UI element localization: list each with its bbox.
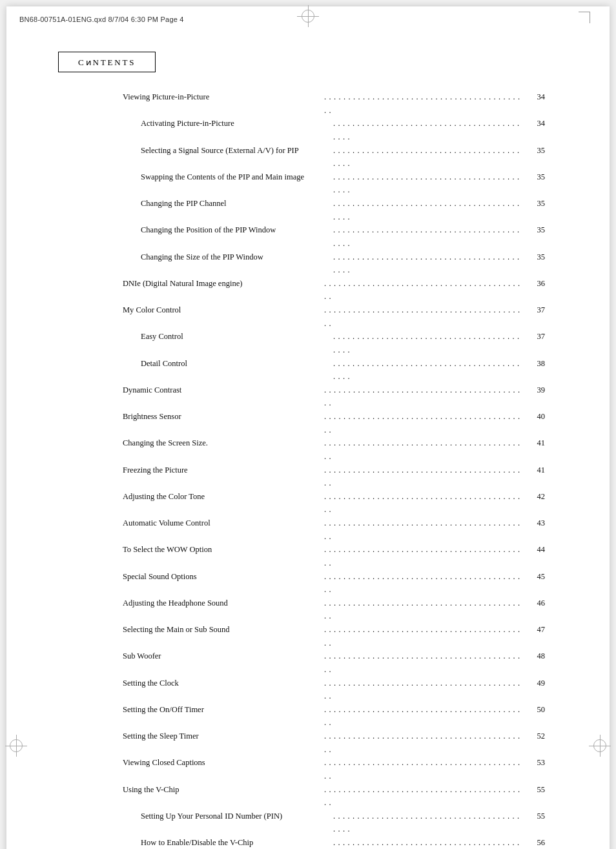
- entry-page: 46: [526, 597, 545, 610]
- entry-text: Special Sound Options: [123, 570, 322, 584]
- entry-text: Detail Control: [123, 357, 331, 371]
- toc-entry: Freezing the Picture . . . . . . . . . .…: [123, 464, 545, 490]
- entry-page: 53: [526, 756, 545, 770]
- dot-leaders: . . . . . . . . . . . . . . . . . . . . …: [322, 783, 526, 810]
- entry-page: 38: [526, 357, 545, 371]
- dot-leaders: . . . . . . . . . . . . . . . . . . . . …: [322, 543, 526, 569]
- toc-entry: Sub Woofer . . . . . . . . . . . . . . .…: [123, 650, 545, 676]
- entry-page: 41: [526, 464, 545, 477]
- entry-text: Changing the Position of the PIP Window: [123, 223, 331, 237]
- entry-text: How to Enable/Disable the V-Chip: [123, 836, 331, 849]
- entry-page: 35: [526, 197, 545, 210]
- entry-page: 34: [526, 117, 545, 130]
- entry-page: 48: [526, 650, 545, 663]
- dot-leaders: . . . . . . . . . . . . . . . . . . . . …: [322, 436, 526, 463]
- toc-entry: Detail Control . . . . . . . . . . . . .…: [123, 357, 545, 384]
- entry-text: Changing the Screen Size.: [123, 436, 322, 450]
- dot-leaders: . . . . . . . . . . . . . . . . . . . . …: [331, 117, 526, 143]
- toc-entry: Using the V-Chip . . . . . . . . . . . .…: [123, 783, 545, 810]
- toc-section-top: Viewing Picture-in-Picture . . . . . . .…: [123, 90, 545, 849]
- entry-page: 47: [526, 623, 545, 637]
- entry-text: Dynamic Contrast: [123, 384, 322, 397]
- entry-text: Brightness Sensor: [123, 410, 322, 424]
- dot-leaders: . . . . . . . . . . . . . . . . . . . . …: [322, 303, 526, 330]
- entry-page: 39: [526, 384, 545, 397]
- toc-entry: Adjusting the Headphone Sound . . . . . …: [123, 597, 545, 623]
- entry-page: 35: [526, 170, 545, 184]
- toc-entry: To Select the WOW Option . . . . . . . .…: [123, 543, 545, 569]
- entry-page: 55: [526, 783, 545, 797]
- entry-text: Selecting a Signal Source (External A/V)…: [123, 144, 331, 158]
- entry-text: Setting Up Your Personal ID Number (PIN): [123, 810, 331, 823]
- entry-text: Viewing Closed Captions: [123, 756, 322, 770]
- reg-mark-top: [302, 10, 314, 23]
- dot-leaders: . . . . . . . . . . . . . . . . . . . . …: [331, 836, 526, 849]
- toc-entry: Automatic Volume Control . . . . . . . .…: [123, 517, 545, 543]
- dot-leaders: . . . . . . . . . . . . . . . . . . . . …: [322, 90, 526, 117]
- entry-text: Setting the Clock: [123, 677, 322, 690]
- entry-page: 35: [526, 251, 545, 264]
- entry-text: Easy Control: [123, 330, 331, 343]
- dot-leaders: . . . . . . . . . . . . . . . . . . . . …: [322, 703, 526, 730]
- toc-entry: Setting the Clock . . . . . . . . . . . …: [123, 677, 545, 703]
- entry-page: 56: [526, 836, 545, 849]
- dot-leaders: . . . . . . . . . . . . . . . . . . . . …: [322, 677, 526, 703]
- entry-page: 42: [526, 490, 545, 504]
- toc-entry: Selecting the Main or Sub Sound . . . . …: [123, 623, 545, 650]
- entry-text: Changing the Size of the PIP Window: [123, 251, 331, 264]
- entry-text: Changing the PIP Channel: [123, 197, 331, 210]
- dot-leaders: . . . . . . . . . . . . . . . . . . . . …: [331, 810, 526, 836]
- dot-leaders: . . . . . . . . . . . . . . . . . . . . …: [322, 410, 526, 436]
- dot-leaders: . . . . . . . . . . . . . . . . . . . . …: [322, 464, 526, 490]
- entry-text: Viewing Picture-in-Picture: [123, 90, 322, 104]
- entry-page: 37: [526, 330, 545, 343]
- dot-leaders: . . . . . . . . . . . . . . . . . . . . …: [331, 357, 526, 384]
- entry-text: To Select the WOW Option: [123, 543, 322, 557]
- dot-leaders: . . . . . . . . . . . . . . . . . . . . …: [322, 570, 526, 597]
- dot-leaders: . . . . . . . . . . . . . . . . . . . . …: [331, 330, 526, 356]
- toc-entry: DNIe (Digital Natural Image engine) . . …: [123, 277, 545, 303]
- reg-mark-right: [593, 739, 606, 752]
- toc-entry: Setting the Sleep Timer . . . . . . . . …: [123, 730, 545, 756]
- toc-entry: How to Enable/Disable the V-Chip . . . .…: [123, 836, 545, 849]
- entry-page: 44: [526, 543, 545, 557]
- entry-text: Setting the On/Off Timer: [123, 703, 322, 717]
- entry-text: Activating Picture-in-Picture: [123, 117, 331, 130]
- toc-entry: Setting Up Your Personal ID Number (PIN)…: [123, 810, 545, 836]
- toc-entry: Setting the On/Off Timer . . . . . . . .…: [123, 703, 545, 730]
- entry-text: Sub Woofer: [123, 650, 322, 663]
- entry-page: 35: [526, 223, 545, 237]
- dot-leaders: . . . . . . . . . . . . . . . . . . . . …: [322, 384, 526, 410]
- toc-entry: Viewing Picture-in-Picture . . . . . . .…: [123, 90, 545, 117]
- page: BN68-00751A-01ENG.qxd 8/7/04 6:30 PM Pag…: [6, 6, 610, 849]
- toc-entry: My Color Control . . . . . . . . . . . .…: [123, 303, 545, 330]
- toc-entry: Swapping the Contents of the PIP and Mai…: [123, 170, 545, 197]
- entry-text: Setting the Sleep Timer: [123, 730, 322, 743]
- toc-entry: Changing the Position of the PIP Window …: [123, 223, 545, 250]
- entry-text: DNIe (Digital Natural Image engine): [123, 277, 322, 291]
- dot-leaders: . . . . . . . . . . . . . . . . . . . . …: [322, 517, 526, 543]
- dot-leaders: . . . . . . . . . . . . . . . . . . . . …: [322, 623, 526, 650]
- entry-text: Adjusting the Headphone Sound: [123, 597, 322, 610]
- entry-page: 49: [526, 677, 545, 690]
- dot-leaders: . . . . . . . . . . . . . . . . . . . . …: [331, 251, 526, 277]
- toc-entry: Adjusting the Color Tone . . . . . . . .…: [123, 490, 545, 517]
- toc-entry: Changing the Size of the PIP Window . . …: [123, 251, 545, 277]
- dot-leaders: . . . . . . . . . . . . . . . . . . . . …: [322, 650, 526, 676]
- dot-leaders: . . . . . . . . . . . . . . . . . . . . …: [322, 730, 526, 756]
- toc-entry: Dynamic Contrast . . . . . . . . . . . .…: [123, 384, 545, 410]
- dot-leaders: . . . . . . . . . . . . . . . . . . . . …: [331, 144, 526, 170]
- entry-page: 41: [526, 436, 545, 450]
- entry-page: 55: [526, 810, 545, 823]
- entry-page: 43: [526, 517, 545, 530]
- entry-page: 52: [526, 730, 545, 743]
- entry-text: Swapping the Contents of the PIP and Mai…: [123, 170, 331, 184]
- dot-leaders: . . . . . . . . . . . . . . . . . . . . …: [331, 170, 526, 197]
- corner-mark-top-right: [579, 12, 590, 23]
- contents-box: CᴎNTENTS: [58, 52, 156, 72]
- entry-text: My Color Control: [123, 303, 322, 317]
- entry-page: 50: [526, 703, 545, 717]
- entry-text: Freezing the Picture: [123, 464, 322, 477]
- dot-leaders: . . . . . . . . . . . . . . . . . . . . …: [331, 197, 526, 223]
- toc-entry: Easy Control . . . . . . . . . . . . . .…: [123, 330, 545, 356]
